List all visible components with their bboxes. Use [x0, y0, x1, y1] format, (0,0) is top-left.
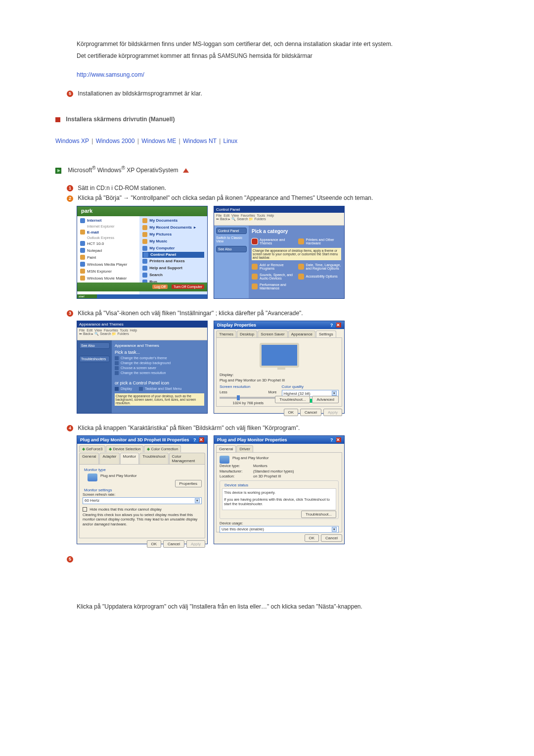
start-button[interactable]: start — [77, 294, 97, 298]
screenshot-control-panel: Control Panel File Edit View Favorites T… — [214, 206, 345, 299]
tab-mon-driver[interactable]: Driver — [236, 445, 253, 452]
adv-apply-button[interactable]: Apply — [186, 540, 205, 548]
resolution-slider[interactable] — [220, 397, 277, 399]
tab-monitor[interactable]: Monitor — [120, 453, 139, 464]
intro-paragraph-1: Körprogrammet för bildskärmen finns unde… — [77, 40, 485, 48]
monitor-icon — [88, 473, 97, 481]
close-icon[interactable]: ✕ — [336, 323, 341, 328]
monitor-device-icon — [220, 456, 229, 464]
step-3-text: Klicka på "Visa"-ikonen och välj fliken … — [78, 310, 303, 317]
mon-cancel-button[interactable]: Cancel — [321, 534, 342, 542]
tab-screensaver[interactable]: Screen Saver — [258, 331, 287, 337]
samsung-link[interactable]: http://www.samsung.com/ — [77, 71, 144, 78]
refresh-rate-dropdown[interactable]: 60 Hertz▾ — [83, 497, 202, 504]
monitor-props-title: Plug and Play Monitor Properties — [217, 437, 287, 442]
mon-ok-button[interactable]: OK — [305, 534, 319, 542]
tab-desktop[interactable]: Desktop — [237, 331, 257, 337]
adv-ok-button[interactable]: OK — [147, 540, 162, 548]
step-2-text: Klicka på "Börja" → "Kontrollpanel" och … — [78, 194, 373, 201]
tab-mon-general[interactable]: General — [216, 445, 236, 452]
os-links-row: Windows XP | Windows 2000 | Windows ME |… — [55, 138, 485, 144]
step-1-text: Sätt in CD:n i CD-ROM stationen. — [78, 185, 166, 191]
screenshot-start-menu: park Internet Internet Explorer E-mail O… — [77, 206, 208, 299]
screenshot-monitor-properties: Plug and Play Monitor Properties ?✕ Gene… — [214, 435, 345, 544]
link-windows-me[interactable]: Windows ME — [141, 138, 176, 144]
help-icon[interactable]: ? — [330, 323, 335, 328]
adv-props-title: Plug and Play Monitor and 3D Prophet III… — [80, 437, 189, 442]
tab-adapter[interactable]: Adapter — [99, 453, 119, 464]
link-windows-2000[interactable]: Windows 2000 — [96, 138, 135, 144]
intro-paragraph-2: Det certifierade körprogrammet kommer at… — [77, 51, 485, 60]
control-panel-title: Control Panel — [214, 206, 344, 213]
display-icon[interactable] — [115, 387, 119, 391]
step-4-text: Klicka på knappen "Karaktäristika" på fl… — [78, 425, 300, 431]
bullet-5b-icon: 5 — [67, 556, 73, 563]
monitor-preview-icon — [260, 343, 299, 368]
bullet-2-icon: 2 — [67, 195, 73, 202]
pick-category-label: Pick a category — [252, 229, 341, 234]
tab-color-mgmt[interactable]: Color Management — [169, 453, 205, 464]
os-heading: Microsoft® Windows® XP OperativSystem — [68, 167, 180, 174]
advanced-button[interactable]: Advanced — [312, 396, 339, 403]
bullet-4-icon: 4 — [67, 425, 73, 431]
apply-button[interactable]: Apply — [323, 409, 342, 416]
triangle-up-icon[interactable] — [183, 168, 189, 173]
turn-off-button[interactable]: Turn Off Computer — [172, 284, 204, 289]
log-off-button[interactable]: Log Off — [152, 284, 168, 289]
bullet-3-icon: 3 — [67, 310, 73, 317]
tab-settings[interactable]: Settings — [316, 331, 336, 337]
bullet-1-icon: 1 — [67, 185, 73, 191]
link-linux[interactable]: Linux — [223, 138, 238, 144]
final-paragraph: Klicka på "Uppdatera körprogram" och väl… — [77, 602, 485, 611]
appearance-themes-icon[interactable] — [252, 238, 258, 244]
screenshot-appearance-themes: Appearance and Themes File Edit View Fav… — [77, 321, 208, 414]
tab-appearance[interactable]: Appearance — [288, 331, 315, 337]
display-properties-title: Display Properties — [217, 323, 256, 328]
tab-general[interactable]: General — [79, 453, 99, 464]
step-5-text: Installationen av bildskärmsprogrammet ä… — [78, 90, 202, 97]
bullet-5-icon: 5 — [67, 91, 73, 97]
section-title: Installera skärmens drivrutin (Manuell) — [66, 116, 175, 123]
troubleshoot-button[interactable]: Troubleshoot... — [275, 396, 310, 403]
properties-button[interactable]: Properties — [175, 480, 202, 487]
mon-troubleshoot-button[interactable]: Troubleshoot... — [301, 511, 336, 518]
screenshot-advanced-properties: Plug and Play Monitor and 3D Prophet III… — [77, 435, 208, 544]
link-windows-xp[interactable]: Windows XP — [55, 138, 89, 144]
device-usage-dropdown[interactable]: Use this device (enable)▾ — [220, 526, 339, 533]
adv-cancel-button[interactable]: Cancel — [163, 540, 184, 548]
ok-button[interactable]: OK — [284, 409, 299, 416]
cancel-button[interactable]: Cancel — [300, 409, 321, 416]
start-menu-user: park — [77, 206, 207, 216]
link-windows-nt[interactable]: Windows NT — [183, 138, 217, 144]
tab-themes[interactable]: Themes — [216, 331, 236, 337]
screenshot-display-properties: Display Properties ?✕ Themes Desktop Scr… — [214, 321, 345, 414]
section-marker-icon — [55, 117, 60, 122]
tab-troubleshoot[interactable]: Troubleshoot — [139, 453, 168, 464]
hide-modes-checkbox[interactable] — [83, 507, 87, 512]
os-marker-icon — [55, 168, 61, 174]
